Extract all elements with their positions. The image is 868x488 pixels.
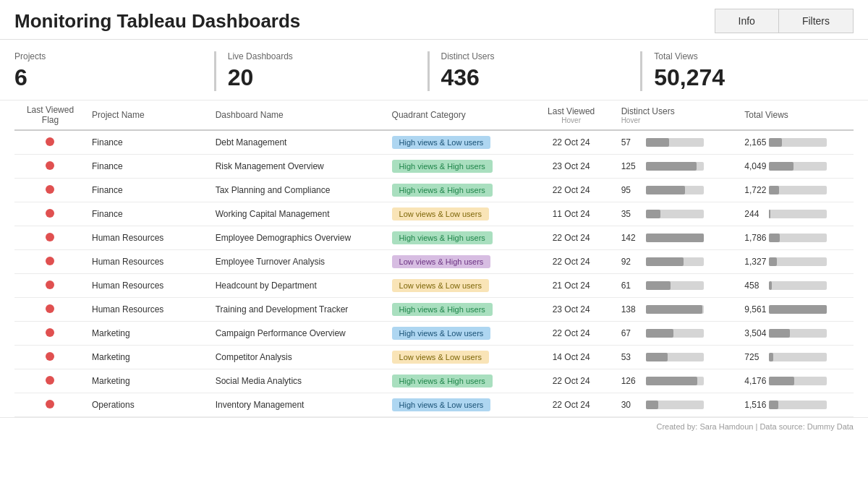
col-header-quadrant: Quadrant Category: [386, 100, 527, 130]
red-dot: [46, 328, 54, 337]
flag-cell: [14, 179, 86, 202]
users-bar-container: 142: [621, 233, 733, 243]
table-row[interactable]: Human Resources Employee Demographics Ov…: [14, 226, 854, 250]
views-bar-fill: [769, 138, 782, 147]
lastviewed-cell: 22 Oct 24: [527, 130, 616, 155]
quadrant-cell: Low views & Low users: [386, 346, 527, 369]
views-bar-bg: [769, 186, 827, 194]
views-bar-bg: [769, 377, 827, 385]
users-bar-container: 95: [621, 185, 733, 195]
stats-row: Projects6Live Dashboards20Distinct Users…: [0, 40, 868, 100]
project-cell: Human Resources: [86, 250, 210, 274]
users-bar-fill: [646, 138, 669, 147]
red-dot: [46, 185, 54, 194]
views-cell: 3,504: [739, 322, 854, 346]
views-bar-container: 1,722: [744, 185, 848, 195]
users-bar-fill: [646, 162, 697, 171]
red-dot: [46, 233, 54, 241]
table-row[interactable]: Finance Working Capital Management Low v…: [14, 202, 854, 226]
stat-item-2: Distinct Users436: [427, 51, 612, 91]
users-cell: 95: [616, 179, 739, 202]
users-bar-container: 138: [621, 304, 733, 314]
users-bar-bg: [646, 162, 704, 171]
users-bar-fill: [646, 186, 685, 194]
views-bar-fill: [769, 353, 773, 361]
col-header-dashboard: Dashboard Name: [210, 100, 386, 130]
red-dot: [46, 304, 54, 313]
users-cell: 125: [616, 155, 739, 179]
dashboard-cell: Employee Demographics Overview: [210, 226, 386, 250]
table-row[interactable]: Human Resources Employee Turnover Analys…: [14, 250, 854, 274]
footer: Created by: Sara Hamdoun | Data source: …: [0, 417, 868, 435]
quadrant-badge: High views & Low users: [392, 136, 491, 149]
views-bar-container: 9,561: [744, 304, 848, 314]
views-bar-bg: [769, 329, 827, 338]
views-bar-bg: [769, 305, 827, 314]
table-row[interactable]: Finance Debt Management High views & Low…: [14, 130, 854, 155]
quadrant-cell: High views & High users: [386, 226, 527, 250]
views-bar-bg: [769, 234, 827, 242]
table-row[interactable]: Marketing Social Media Analytics High vi…: [14, 369, 854, 393]
table-row[interactable]: Human Resources Training and Development…: [14, 298, 854, 322]
lastviewed-cell: 14 Oct 24: [527, 346, 616, 369]
users-bar-bg: [646, 138, 704, 147]
users-value: 35: [621, 209, 643, 219]
project-cell: Finance: [86, 202, 210, 226]
table-row[interactable]: Finance Risk Management Overview High vi…: [14, 155, 854, 179]
users-value: 125: [621, 161, 643, 171]
table-row[interactable]: Marketing Competitor Analysis Low views …: [14, 346, 854, 369]
lastviewed-cell: 22 Oct 24: [527, 322, 616, 346]
users-cell: 53: [616, 346, 739, 369]
quadrant-badge: High views & High users: [392, 231, 493, 244]
views-bar-fill: [769, 210, 770, 218]
users-value: 142: [621, 233, 643, 243]
red-dot: [46, 209, 54, 218]
info-button[interactable]: Info: [715, 9, 778, 33]
views-bar-container: 1,327: [744, 257, 848, 267]
stat-value-1: 20: [228, 64, 399, 91]
header-buttons: Info Filters: [715, 9, 854, 33]
views-bar-container: 4,049: [744, 161, 848, 171]
filters-button[interactable]: Filters: [778, 9, 854, 33]
table-row[interactable]: Operations Inventory Management High vie…: [14, 393, 854, 417]
views-bar-container: 458: [744, 281, 848, 291]
stat-item-0: Projects6: [14, 51, 185, 91]
lastviewed-cell: 23 Oct 24: [527, 155, 616, 179]
flag-cell: [14, 322, 86, 346]
table-row[interactable]: Marketing Campaign Performance Overview …: [14, 322, 854, 346]
dashboard-cell: Tax Planning and Compliance: [210, 179, 386, 202]
stat-label-3: Total Views: [654, 51, 825, 61]
flag-cell: [14, 202, 86, 226]
quadrant-badge: Low views & Low users: [392, 279, 489, 292]
views-value: 1,327: [744, 257, 766, 267]
views-bar-container: 4,176: [744, 376, 848, 386]
views-bar-container: 725: [744, 352, 848, 362]
table-container[interactable]: Last ViewedFlag Project Name Dashboard N…: [0, 100, 868, 417]
dashboard-cell: Inventory Management: [210, 393, 386, 417]
views-cell: 1,327: [739, 250, 854, 274]
col-header-users: Distinct UsersHover: [616, 100, 739, 130]
users-value: 30: [621, 400, 643, 410]
flag-cell: [14, 346, 86, 369]
users-bar-bg: [646, 210, 704, 218]
project-cell: Finance: [86, 130, 210, 155]
quadrant-cell: Low views & Low users: [386, 202, 527, 226]
project-cell: Marketing: [86, 346, 210, 369]
views-cell: 458: [739, 274, 854, 298]
dashboard-cell: Training and Development Tracker: [210, 298, 386, 322]
stat-label-2: Distinct Users: [441, 51, 612, 61]
table-body: Finance Debt Management High views & Low…: [14, 130, 854, 417]
flag-cell: [14, 274, 86, 298]
users-bar-fill: [646, 210, 660, 218]
flag-cell: [14, 226, 86, 250]
views-bar-fill: [769, 186, 779, 194]
users-value: 67: [621, 328, 643, 338]
footer-text: Created by: Sara Hamdoun | Data source: …: [657, 422, 854, 431]
users-cell: 30: [616, 393, 739, 417]
quadrant-cell: High views & High users: [386, 179, 527, 202]
red-dot: [46, 257, 54, 265]
red-dot: [46, 137, 54, 146]
views-bar-bg: [769, 138, 827, 147]
table-row[interactable]: Human Resources Headcount by Department …: [14, 274, 854, 298]
table-row[interactable]: Finance Tax Planning and Compliance High…: [14, 179, 854, 202]
